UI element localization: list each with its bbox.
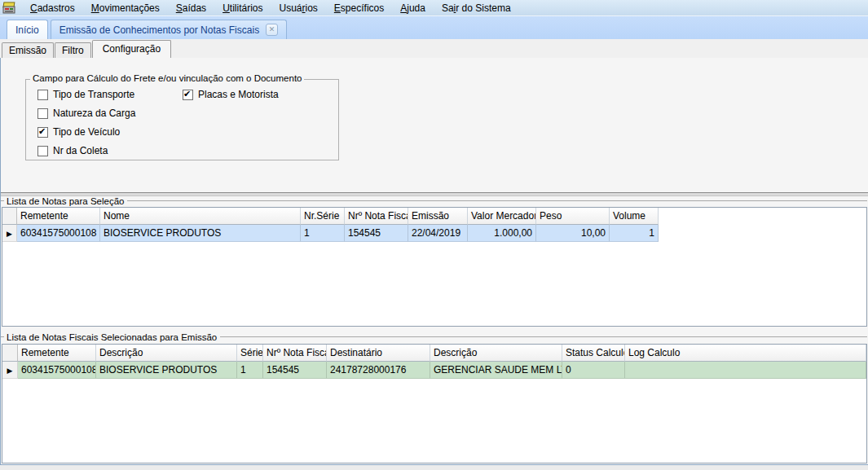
column-header[interactable]: Descrição	[96, 345, 237, 362]
cell-serie: 1	[237, 362, 263, 379]
tab-emissao-conhecimentos[interactable]: Emissão de Conhecimentos por Notas Fisca…	[51, 20, 287, 39]
checkbox-box	[37, 108, 48, 119]
column-header[interactable]: Peso	[536, 208, 610, 225]
cell-descricao: BIOSERVICE PRODUTOS	[96, 362, 237, 379]
column-header[interactable]: Volume	[610, 208, 659, 225]
cell-remetente: 60341575000108	[17, 225, 100, 242]
checkbox-label: Placas e Motorista	[198, 89, 279, 100]
emission-grid: Remetente Descrição Série Nrº Nota Fisca…	[2, 344, 867, 463]
cell-destinatario: 24178728000176	[327, 362, 430, 379]
row-indicator: ▶	[2, 225, 17, 242]
cell-nota-fiscal: 154545	[263, 362, 327, 379]
frete-config-groupbox: Campo para Cálculo do Frete e/ou vincula…	[25, 79, 339, 160]
checkbox-label: Nr da Coleta	[53, 145, 108, 156]
column-header[interactable]: Série	[237, 345, 263, 362]
cell-volume: 1	[610, 225, 659, 242]
column-header[interactable]: Status Calculo	[562, 345, 625, 362]
close-tab-icon[interactable]: ✕	[266, 24, 278, 36]
emission-grid-caption: Lista de Notas Fiscais Selecionadas para…	[1, 332, 868, 343]
page-tab-bar: Emissão Filtro Configuração	[0, 39, 868, 58]
column-header[interactable]: Nrº Nota Fiscal	[263, 345, 327, 362]
tab-emissao-label: Emissão de Conhecimentos por Notas Fisca…	[59, 24, 259, 36]
current-row-arrow-icon: ▶	[7, 367, 13, 375]
selection-grid: Remetente Nome Nr.Série Nrº Nota Fiscal …	[2, 207, 867, 327]
application-window: Cadastros Movimentações Saídas Utilitári…	[0, 0, 868, 470]
checkbox-label: Tipo de Veículo	[53, 126, 120, 138]
cell-remetente: 60341575000108	[18, 362, 96, 379]
menu-cadastros[interactable]: Cadastros	[22, 0, 83, 16]
app-icon	[2, 2, 17, 15]
menu-movimentacoes[interactable]: Movimentações	[83, 0, 168, 16]
menu-saidas[interactable]: Saídas	[168, 0, 214, 16]
configuracao-page: Campo para Cálculo do Frete e/ou vincula…	[0, 58, 868, 465]
selection-grid-row[interactable]: ▶ 60341575000108 BIOSERVICE PRODUTOS 1 1…	[2, 225, 866, 242]
checkbox-box	[37, 90, 48, 100]
cell-valor-mercadoria: 1.000,00	[468, 225, 536, 242]
cell-log-calculo	[625, 362, 866, 379]
checkbox-placas-e-motorista[interactable]: Placas e Motorista	[183, 89, 279, 100]
menu-bar: Cadastros Movimentações Saídas Utilitári…	[0, 0, 868, 16]
tab-filtro[interactable]: Filtro	[55, 42, 91, 58]
column-header[interactable]: Remetente	[17, 208, 100, 225]
menu-usuarios[interactable]: Usuários	[271, 0, 325, 16]
cell-descricao-destinatario: GERENCIAR SAUDE MEM LTDA	[430, 362, 562, 379]
cell-serie: 1	[301, 225, 345, 242]
checkbox-label: Natureza da Carga	[53, 108, 135, 119]
header-indicator-cell	[2, 208, 17, 225]
selection-grid-caption: Lista de Notas para Seleção	[1, 195, 868, 207]
cell-nota-fiscal: 154545	[345, 225, 408, 242]
cell-peso: 10,00	[536, 225, 610, 242]
window-bottom-strip	[0, 466, 868, 470]
menu-sair-do-sistema[interactable]: Sair do Sistema	[434, 0, 519, 16]
checkbox-tipo-de-veiculo[interactable]: Tipo de Veículo	[37, 126, 120, 138]
column-header[interactable]: Emissão	[408, 208, 468, 225]
checkbox-natureza-da-carga[interactable]: Natureza da Carga	[37, 108, 135, 119]
row-indicator: ▶	[2, 362, 18, 379]
emission-grid-header: Remetente Descrição Série Nrº Nota Fisca…	[2, 345, 866, 362]
checkbox-box	[37, 146, 48, 156]
cell-emissao: 22/04/2019	[408, 225, 468, 242]
checkbox-nr-da-coleta[interactable]: Nr da Coleta	[37, 145, 108, 156]
document-tab-bar: Início Emissão de Conhecimentos por Nota…	[0, 16, 868, 39]
selection-grid-header: Remetente Nome Nr.Série Nrº Nota Fiscal …	[2, 208, 866, 225]
column-header[interactable]: Nome	[100, 208, 301, 225]
cell-nome: BIOSERVICE PRODUTOS	[100, 225, 301, 242]
tab-configuracao[interactable]: Configuração	[92, 40, 171, 58]
groupbox-title: Campo para Cálculo do Frete e/ou vincula…	[30, 73, 304, 83]
column-header[interactable]: Destinatário	[327, 345, 430, 362]
menu-utilitarios[interactable]: Utilitários	[214, 0, 271, 16]
checkbox-box	[183, 90, 193, 100]
menu-ajuda[interactable]: Ajuda	[392, 0, 434, 16]
current-row-arrow-icon: ▶	[7, 230, 12, 238]
tab-inicio[interactable]: Início	[7, 20, 48, 39]
emission-grid-row[interactable]: ▶ 60341575000108 BIOSERVICE PRODUTOS 1 1…	[2, 362, 866, 379]
column-header[interactable]: Nr.Série	[301, 208, 345, 225]
column-header[interactable]: Valor Mercadoria	[468, 208, 536, 225]
cell-status-calculo: 0	[562, 362, 625, 379]
tab-inicio-label: Início	[15, 24, 39, 36]
column-header[interactable]: Descrição	[430, 345, 562, 362]
header-indicator-cell	[2, 345, 18, 362]
column-header[interactable]: Remetente	[18, 345, 96, 362]
checkbox-tipo-de-transporte[interactable]: Tipo de Transporte	[37, 89, 134, 100]
checkbox-box	[37, 127, 48, 138]
checkbox-label: Tipo de Transporte	[53, 89, 134, 100]
tab-emissao[interactable]: Emissão	[2, 42, 54, 58]
column-header[interactable]: Log Calculo	[625, 345, 866, 362]
menu-especificos[interactable]: Específicos	[326, 0, 392, 16]
column-header[interactable]: Nrº Nota Fiscal	[345, 208, 408, 225]
